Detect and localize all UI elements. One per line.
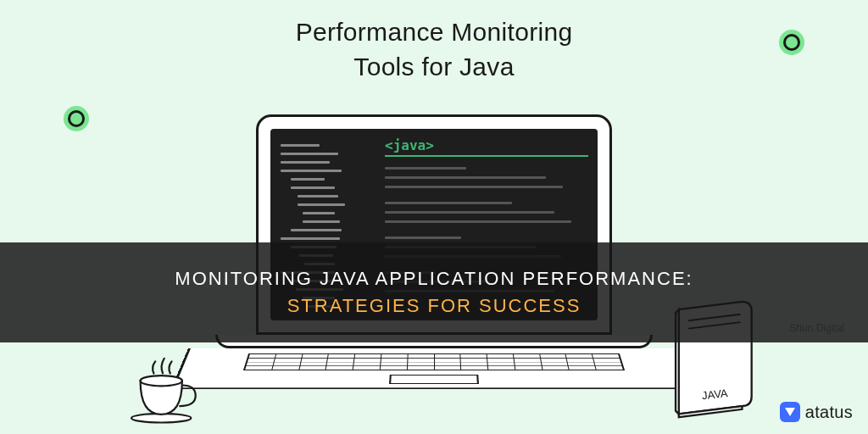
overlay-line1: MONITORING JAVA APPLICATION PERFORMANCE: (175, 268, 693, 290)
title-overlay: MONITORING JAVA APPLICATION PERFORMANCE:… (0, 242, 868, 342)
laptop-base (171, 348, 697, 389)
page-title: Performance Monitoring Tools for Java (0, 0, 868, 84)
decorative-dot-left (68, 110, 85, 127)
brand-name: atatus (805, 403, 853, 422)
coffee-cup-icon (125, 351, 200, 426)
header-line1: Performance Monitoring (0, 15, 868, 50)
trackpad-icon (389, 375, 479, 384)
keyboard-icon (243, 353, 625, 370)
decorative-dot-right (783, 34, 800, 51)
java-tag-label: <java> (385, 137, 580, 153)
svg-point-1 (141, 376, 182, 386)
divider-line (385, 155, 588, 157)
watermark-text: Shun Digital (789, 322, 844, 334)
header-line2: Tools for Java (0, 50, 868, 85)
brand-badge: atatus (780, 402, 853, 422)
brand-logo-icon (780, 402, 800, 422)
overlay-line2: STRATEGIES FOR SUCCESS (287, 295, 581, 317)
